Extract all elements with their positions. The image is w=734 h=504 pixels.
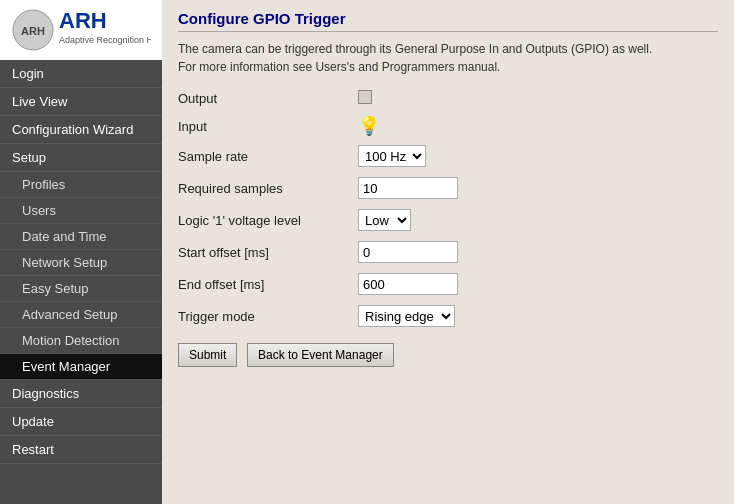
submit-button[interactable]: Submit	[178, 343, 237, 367]
svg-text:Adaptive Recognition Hungary: Adaptive Recognition Hungary	[59, 35, 151, 45]
start-offset-label: Start offset [ms]	[178, 245, 358, 260]
logic-voltage-row: Logic '1' voltage level Low High	[178, 209, 718, 231]
sidebar-item-update[interactable]: Update	[0, 408, 162, 436]
trigger-mode-label: Trigger mode	[178, 309, 358, 324]
sidebar-item-diagnostics[interactable]: Diagnostics	[0, 380, 162, 408]
description-line1: The camera can be triggered through its …	[178, 40, 718, 58]
trigger-mode-control: Rising edge Falling edge Both edges	[358, 305, 455, 327]
sidebar-item-profiles[interactable]: Profiles	[0, 172, 162, 198]
sidebar-item-motion-detection[interactable]: Motion Detection	[0, 328, 162, 354]
sidebar-item-advanced-setup[interactable]: Advanced Setup	[0, 302, 162, 328]
sample-rate-control: 100 Hz 50 Hz 25 Hz	[358, 145, 426, 167]
output-label: Output	[178, 91, 358, 106]
sidebar-item-users[interactable]: Users	[0, 198, 162, 224]
sidebar-item-date-and-time[interactable]: Date and Time	[0, 224, 162, 250]
end-offset-input[interactable]	[358, 273, 458, 295]
output-row: Output	[178, 90, 718, 107]
trigger-mode-select[interactable]: Rising edge Falling edge Both edges	[358, 305, 455, 327]
logic-voltage-select[interactable]: Low High	[358, 209, 411, 231]
svg-text:ARH: ARH	[59, 8, 107, 33]
description: The camera can be triggered through its …	[178, 40, 718, 76]
required-samples-input[interactable]	[358, 177, 458, 199]
required-samples-label: Required samples	[178, 181, 358, 196]
sidebar-section-setup: Setup	[0, 144, 162, 172]
input-control: 💡	[358, 117, 380, 135]
page-title: Configure GPIO Trigger	[178, 10, 718, 32]
back-to-event-manager-button[interactable]: Back to Event Manager	[247, 343, 394, 367]
sample-rate-label: Sample rate	[178, 149, 358, 164]
logic-voltage-control: Low High	[358, 209, 411, 231]
sidebar-item-easy-setup[interactable]: Easy Setup	[0, 276, 162, 302]
logic-voltage-label: Logic '1' voltage level	[178, 213, 358, 228]
input-row: Input 💡	[178, 117, 718, 135]
sidebar-item-live-view[interactable]: Live View	[0, 88, 162, 116]
logo-area: ARH ARH Adaptive Recognition Hungary	[0, 0, 162, 60]
end-offset-row: End offset [ms]	[178, 273, 718, 295]
sidebar: ARH ARH Adaptive Recognition Hungary Log…	[0, 0, 162, 504]
main-content: Configure GPIO Trigger The camera can be…	[162, 0, 734, 504]
sample-rate-row: Sample rate 100 Hz 50 Hz 25 Hz	[178, 145, 718, 167]
button-row: Submit Back to Event Manager	[178, 343, 718, 367]
sidebar-item-login[interactable]: Login	[0, 60, 162, 88]
sidebar-item-configuration-wizard[interactable]: Configuration Wizard	[0, 116, 162, 144]
trigger-mode-row: Trigger mode Rising edge Falling edge Bo…	[178, 305, 718, 327]
sidebar-item-event-manager[interactable]: Event Manager	[0, 354, 162, 380]
start-offset-row: Start offset [ms]	[178, 241, 718, 263]
sidebar-item-network-setup[interactable]: Network Setup	[0, 250, 162, 276]
input-label: Input	[178, 119, 358, 134]
required-samples-row: Required samples	[178, 177, 718, 199]
sidebar-item-restart[interactable]: Restart	[0, 436, 162, 464]
start-offset-control	[358, 241, 458, 263]
description-line2: For more information see Users's and Pro…	[178, 58, 718, 76]
output-checkbox[interactable]	[358, 90, 372, 104]
sample-rate-select[interactable]: 100 Hz 50 Hz 25 Hz	[358, 145, 426, 167]
output-control	[358, 90, 372, 107]
logo: ARH ARH Adaptive Recognition Hungary	[11, 8, 151, 52]
end-offset-label: End offset [ms]	[178, 277, 358, 292]
required-samples-control	[358, 177, 458, 199]
end-offset-control	[358, 273, 458, 295]
start-offset-input[interactable]	[358, 241, 458, 263]
bulb-icon: 💡	[358, 116, 380, 136]
svg-text:ARH: ARH	[21, 25, 45, 37]
